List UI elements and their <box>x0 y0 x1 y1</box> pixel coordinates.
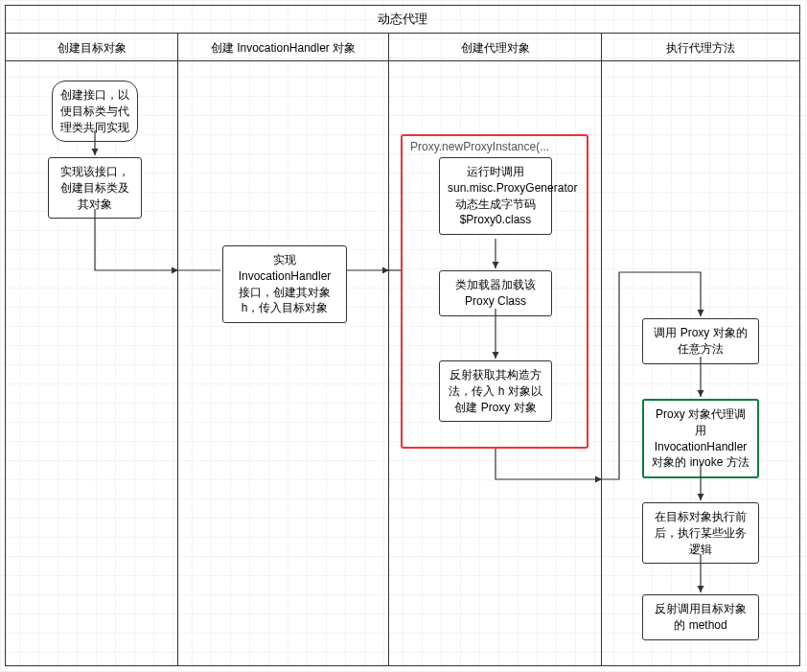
node-call-any: 调用 Proxy 对象的任意方法 <box>642 318 759 364</box>
lane-target: 创建接口，以便目标类与代理类共同实现 实现该接口，创建目标类及其对象 <box>6 61 178 665</box>
arrows-lane2 <box>178 61 388 665</box>
lane-header-exec: 执行代理方法 <box>602 34 799 60</box>
lane-header-handler: 创建 InvocationHandler 对象 <box>178 34 389 60</box>
diagram-title: 动态代理 <box>6 6 799 33</box>
node-start: 创建接口，以便目标类与代理类共同实现 <box>52 81 138 142</box>
node-impl: 实现该接口，创建目标类及其对象 <box>48 157 142 219</box>
node-reflect-call: 反射调用目标对象的 method <box>642 594 759 640</box>
lane-header-target: 创建目标对象 <box>6 34 178 60</box>
lane-handler: 实现 InvocationHandler 接口，创建其对象 h，传入目标对象 <box>178 61 389 665</box>
lane-exec: 调用 Proxy 对象的任意方法 Proxy 对象代理调用 Invocation… <box>602 61 799 665</box>
swimlane-header: 创建目标对象 创建 InvocationHandler 对象 创建代理对象 执行… <box>6 33 799 61</box>
proxy-group-label: Proxy.newProxyInstance(... <box>410 140 549 153</box>
node-gen-bytecode: 运行时调用 sun.misc.ProxyGenerator 动态生成字节码 $P… <box>439 157 552 235</box>
node-invoke: Proxy 对象代理调用 InvocationHandler 对象的 invok… <box>642 399 759 478</box>
lane-header-proxy: 创建代理对象 <box>389 34 602 60</box>
lane-proxy: Proxy.newProxyInstance(... 运行时调用 sun.mis… <box>389 61 602 665</box>
diagram-frame: 动态代理 创建目标对象 创建 InvocationHandler 对象 创建代理… <box>5 5 800 666</box>
node-handler: 实现 InvocationHandler 接口，创建其对象 h，传入目标对象 <box>222 245 347 323</box>
swimlane-body: 创建接口，以便目标类与代理类共同实现 实现该接口，创建目标类及其对象 实现 In… <box>6 61 799 665</box>
node-classloader: 类加载器加载该 Proxy Class <box>439 270 552 316</box>
arrows-lane1 <box>6 61 177 665</box>
node-around: 在目标对象执行前后，执行某些业务逻辑 <box>642 502 759 564</box>
node-constructor: 反射获取其构造方法，传入 h 对象以创建 Proxy 对象 <box>439 360 552 422</box>
